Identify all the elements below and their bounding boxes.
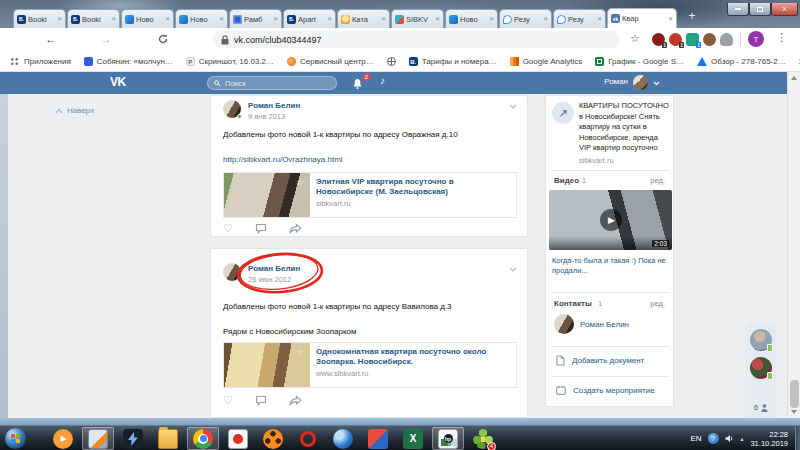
- back-button[interactable]: ←: [45, 33, 57, 45]
- tab-close-icon[interactable]: ×: [111, 15, 116, 23]
- browser-tab[interactable]: Ново ×: [445, 9, 498, 28]
- taskbar-clock[interactable]: 22:28 31.10.2019: [750, 430, 788, 448]
- browser-tab[interactable]: B. Booki ×: [67, 9, 120, 28]
- post-author-avatar[interactable]: [223, 100, 241, 118]
- post-menu-chevron-icon[interactable]: [509, 104, 517, 110]
- tab-close-icon[interactable]: ×: [165, 15, 170, 23]
- taskbar-daemon-tools[interactable]: [117, 427, 149, 450]
- scroll-up-icon[interactable]: [791, 76, 797, 80]
- vk-user-avatar[interactable]: [633, 75, 648, 90]
- bookmark-star-icon[interactable]: ☆: [630, 32, 640, 44]
- browser-tab[interactable]: B. Booki ×: [13, 9, 66, 28]
- close-button[interactable]: ×: [771, 3, 798, 16]
- taskbar-paint-app[interactable]: [222, 427, 254, 450]
- bookmark-item[interactable]: Обзор - 278-765-2…: [697, 57, 786, 66]
- tab-close-icon[interactable]: ×: [597, 15, 602, 23]
- tab-close-icon[interactable]: ×: [543, 15, 548, 23]
- link-preview-title[interactable]: Элитная VIP квартира посуточно в Новосиб…: [316, 177, 510, 197]
- taskbar-excel[interactable]: X: [397, 427, 429, 450]
- video-section-header[interactable]: Видео: [554, 176, 579, 185]
- extension-icon-5[interactable]: [720, 33, 733, 46]
- start-button[interactable]: [5, 428, 26, 449]
- contact-avatar[interactable]: [554, 314, 574, 334]
- link-preview-card[interactable]: ☆ Однокомнатная квартира посуточно около…: [223, 342, 517, 388]
- vk-search-input[interactable]: Поиск: [207, 76, 337, 90]
- share-icon[interactable]: [289, 395, 302, 406]
- minimize-button[interactable]: [727, 3, 749, 16]
- tab-close-icon[interactable]: ×: [57, 15, 62, 23]
- scroll-down-icon[interactable]: [791, 410, 797, 414]
- video-thumbnail[interactable]: ▶ 2:03: [549, 190, 672, 250]
- comment-icon[interactable]: [255, 223, 267, 234]
- bookmark-item[interactable]: Google Analytics: [510, 57, 583, 66]
- link-preview-title[interactable]: Однокомнатная квартира посуточно около З…: [316, 347, 510, 367]
- maximize-button[interactable]: [749, 3, 771, 16]
- create-event-button[interactable]: Создать мероприятие: [556, 385, 655, 395]
- link-preview-card[interactable]: ☆ Элитная VIP квартира посуточно в Новос…: [223, 172, 517, 218]
- add-document-button[interactable]: Добавить документ: [556, 355, 644, 366]
- tab-close-icon[interactable]: ×: [273, 15, 278, 23]
- browser-tab[interactable]: Рамб ×: [229, 9, 282, 28]
- globe-icon[interactable]: [387, 57, 396, 66]
- post-author-avatar[interactable]: [223, 263, 241, 281]
- help-icon[interactable]: ?: [708, 433, 719, 444]
- reload-icon[interactable]: [157, 33, 169, 45]
- taskbar-chrome[interactable]: [187, 427, 219, 450]
- post-menu-chevron-icon[interactable]: [509, 267, 517, 273]
- tray-expand-icon[interactable]: ▲: [740, 436, 745, 442]
- post-author-name[interactable]: Роман Белин: [248, 101, 300, 110]
- post-link[interactable]: http://sibkvart.ru/Ovrazhnaya.html: [223, 155, 343, 164]
- friend-avatar[interactable]: [750, 329, 772, 351]
- new-tab-button[interactable]: +: [684, 9, 700, 25]
- taskbar-hp-scan[interactable]: hp: [432, 427, 464, 450]
- contacts-section-header[interactable]: Контакты: [554, 299, 592, 308]
- tab-close-icon[interactable]: ×: [668, 15, 673, 23]
- page-scrollbar[interactable]: [787, 72, 800, 418]
- bookmark-item[interactable]: PСкриншот, 16.03.2…: [186, 57, 274, 66]
- taskbar-wmp[interactable]: ▶: [47, 427, 79, 450]
- browser-menu-icon[interactable]: ⋮: [776, 31, 787, 43]
- contact-name[interactable]: Роман Белин: [580, 320, 629, 329]
- back-to-top-link[interactable]: Наверх: [55, 106, 94, 115]
- tab-close-icon[interactable]: ×: [327, 15, 332, 23]
- taskbar-icq[interactable]: 4: [467, 427, 499, 450]
- volume-icon[interactable]: [725, 434, 734, 443]
- taskbar-multicolor-app[interactable]: [362, 427, 394, 450]
- user-menu-chevron-icon[interactable]: [653, 81, 660, 86]
- bookmark-apps[interactable]: Приложения: [10, 57, 71, 67]
- scrollbar-thumb[interactable]: [790, 380, 799, 408]
- browser-tab[interactable]: Резу ×: [499, 9, 552, 28]
- bookmark-item[interactable]: Сервисный центр…: [287, 57, 374, 66]
- video-caption-link[interactable]: Когда-то была и такая :) Пока не продали…: [552, 256, 669, 276]
- post-date[interactable]: 9 янв 2013: [248, 112, 285, 121]
- taskbar-opera[interactable]: [292, 427, 324, 450]
- friends-online-count[interactable]: 6: [745, 403, 777, 412]
- bookmark-item[interactable]: Собянин: «молчун…: [84, 57, 173, 66]
- notifications-bell-icon[interactable]: 2: [352, 76, 366, 90]
- contacts-edit-link[interactable]: ред.: [650, 299, 665, 308]
- forward-button[interactable]: →: [100, 33, 112, 45]
- extension-icon-3[interactable]: 1: [686, 33, 699, 46]
- browser-tab[interactable]: Ново ×: [175, 9, 228, 28]
- share-icon[interactable]: [289, 223, 302, 234]
- music-icon[interactable]: ♪: [380, 75, 385, 86]
- taskbar-explorer[interactable]: [152, 427, 184, 450]
- browser-tab[interactable]: Ката ×: [337, 9, 390, 28]
- browser-tab-active[interactable]: vk Квар ×: [607, 8, 677, 28]
- tab-close-icon[interactable]: ×: [435, 15, 440, 23]
- bookmark-item[interactable]: B.Тарифы и номера…: [409, 57, 497, 66]
- language-indicator[interactable]: EN: [690, 434, 701, 443]
- like-icon[interactable]: ♡: [223, 395, 233, 406]
- like-icon[interactable]: ♡: [223, 223, 233, 234]
- post-author-name[interactable]: Роман Белин: [248, 264, 300, 273]
- vk-user-name[interactable]: Роман: [604, 77, 628, 86]
- browser-profile-avatar[interactable]: T: [748, 31, 764, 47]
- comment-icon[interactable]: [255, 395, 267, 406]
- friend-avatar[interactable]: [750, 357, 772, 379]
- browser-tab[interactable]: Резу ×: [553, 9, 606, 28]
- group-site-link[interactable]: sibkvart.ru: [579, 156, 614, 165]
- show-desktop-button[interactable]: [795, 426, 800, 450]
- taskbar-reel-app[interactable]: [257, 427, 289, 450]
- tab-close-icon[interactable]: ×: [381, 15, 386, 23]
- bookmark-item[interactable]: График - Google S…: [595, 57, 684, 66]
